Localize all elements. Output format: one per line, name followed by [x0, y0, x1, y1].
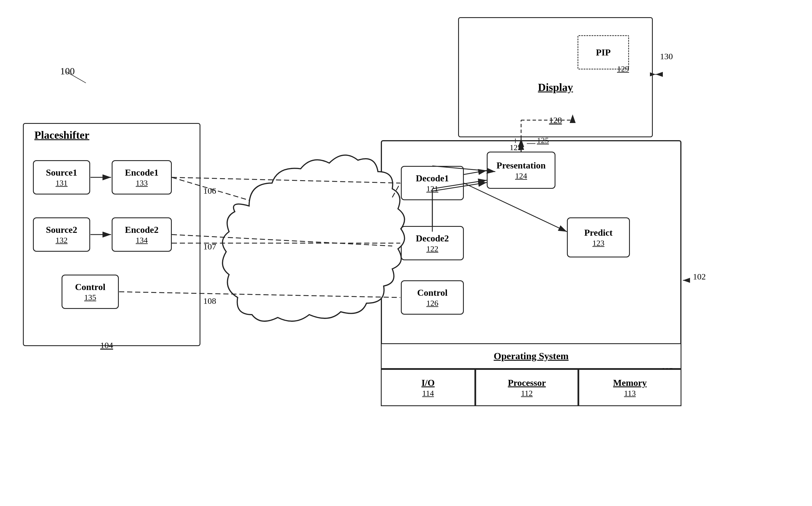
control-ref: 108	[203, 296, 216, 306]
pip-ref: 129	[617, 64, 629, 74]
placeshifter-control-ref: 135	[84, 293, 96, 302]
encode2-ref: 134	[136, 236, 148, 245]
primary-label-group: Primary (Higher BW)	[266, 194, 312, 216]
primary-ref: 106	[203, 186, 216, 196]
predict-ref: 123	[592, 239, 604, 248]
primary-label: Primary	[266, 194, 312, 206]
placeshifter-control-label: Control	[75, 281, 106, 292]
app-control-label: Control	[417, 287, 448, 298]
svg-line-6	[172, 177, 400, 183]
encode2-label: Encode2	[125, 224, 158, 235]
predict-label: Predict	[584, 227, 613, 238]
memory-ref: 113	[624, 389, 636, 398]
processor-ref: 112	[521, 389, 533, 398]
source1-ref: 131	[56, 178, 68, 188]
memory-box: Memory 113	[579, 369, 681, 406]
diagram: 100 Placeshifter Source1 131 Source2 132…	[0, 0, 812, 506]
predict-box: Predict 123	[567, 218, 630, 257]
placeshifter-ref: 104	[100, 340, 113, 350]
presentation-ref: 124	[515, 171, 527, 180]
os-label: Operating System	[494, 351, 568, 361]
display-title: Display	[538, 81, 573, 93]
app-control-box: Control 126	[401, 280, 464, 315]
display-outer-ref: 130	[660, 52, 673, 61]
encode2-box: Encode2 134	[112, 218, 172, 252]
decode1-ref: 121	[426, 184, 438, 193]
decode2-label: Decode2	[416, 233, 449, 244]
decode2-box: Decode2 122	[401, 226, 464, 260]
ref-102: 102	[693, 272, 706, 281]
secondary-sub: (Lower BW)	[261, 258, 307, 268]
secondary-ref: 107	[203, 242, 216, 251]
pip-label: PIP	[596, 47, 611, 58]
source2-label: Source2	[46, 224, 77, 235]
secondary-label-group: Secondary (Lower BW)	[261, 246, 307, 268]
decode1-box: Decode1 121	[401, 166, 464, 200]
os-bar: Operating System	[381, 343, 681, 369]
source2-box: Source2 132	[33, 218, 90, 252]
secondary-label: Secondary	[261, 246, 307, 258]
network-control-label: Control	[275, 299, 309, 311]
network-control-label-group: Control	[275, 299, 309, 311]
io-ref: 114	[422, 389, 434, 398]
io-box: I/O 114	[381, 369, 475, 406]
memory-label: Memory	[613, 377, 647, 388]
source2-ref: 132	[56, 236, 68, 245]
present-ref-125: 125	[510, 143, 522, 152]
display-outer-box: PIP 129 Display 128	[458, 17, 653, 137]
source1-label: Source1	[46, 167, 77, 178]
placeshifter-control-box: Control 135	[62, 275, 119, 309]
encode1-box: Encode1 133	[112, 160, 172, 194]
presentation-box: Presentation 124	[487, 152, 555, 189]
main-ref-100: 100	[60, 66, 75, 77]
processor-box: Processor 112	[475, 369, 579, 406]
placeshifter-title: Placeshifter	[35, 129, 89, 141]
app-control-ref: 126	[426, 299, 438, 308]
processor-label: Processor	[508, 377, 546, 388]
source1-box: Source1 131	[33, 160, 90, 194]
decode1-label: Decode1	[416, 173, 449, 184]
encode1-label: Encode1	[125, 167, 158, 178]
presentation-label: Presentation	[496, 160, 546, 171]
display-ref: 128	[549, 115, 562, 125]
encode1-ref: 133	[136, 178, 148, 188]
io-label: I/O	[421, 377, 434, 388]
decode2-ref: 122	[426, 244, 438, 253]
primary-sub: (Higher BW)	[266, 206, 312, 216]
